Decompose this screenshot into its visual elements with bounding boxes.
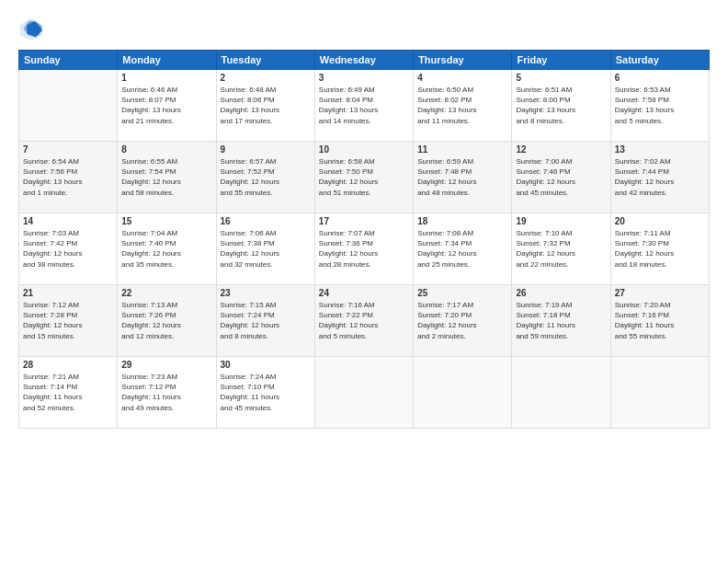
- day-number: 25: [417, 288, 507, 298]
- calendar-cell: 2Sunrise: 6:48 AM Sunset: 8:06 PM Daylig…: [216, 70, 314, 142]
- column-header-saturday: Saturday: [610, 51, 709, 70]
- calendar-cell: 14Sunrise: 7:03 AM Sunset: 7:42 PM Dayli…: [19, 213, 118, 285]
- day-info: Sunrise: 6:58 AM Sunset: 7:50 PM Dayligh…: [319, 156, 409, 198]
- day-number: 8: [121, 144, 211, 155]
- day-info: Sunrise: 7:17 AM Sunset: 7:20 PM Dayligh…: [417, 300, 507, 341]
- column-header-friday: Friday: [512, 51, 610, 70]
- calendar-cell: 30Sunrise: 7:24 AM Sunset: 7:10 PM Dayli…: [216, 357, 314, 429]
- day-info: Sunrise: 6:46 AM Sunset: 8:07 PM Dayligh…: [121, 85, 211, 126]
- day-number: 13: [615, 144, 705, 155]
- calendar-cell: 10Sunrise: 6:58 AM Sunset: 7:50 PM Dayli…: [314, 142, 413, 213]
- day-number: 6: [615, 73, 705, 83]
- calendar-cell: 16Sunrise: 7:06 AM Sunset: 7:38 PM Dayli…: [216, 213, 314, 285]
- calendar-cell: [414, 357, 512, 429]
- day-info: Sunrise: 6:49 AM Sunset: 8:04 PM Dayligh…: [319, 85, 409, 126]
- day-number: 19: [516, 216, 606, 226]
- page: SundayMondayTuesdayWednesdayThursdayFrid…: [0, 0, 728, 563]
- calendar-cell: 15Sunrise: 7:04 AM Sunset: 7:40 PM Dayli…: [118, 213, 216, 285]
- day-number: 20: [615, 216, 705, 226]
- day-number: 23: [221, 288, 311, 298]
- day-info: Sunrise: 7:21 AM Sunset: 7:14 PM Dayligh…: [23, 372, 113, 413]
- calendar-cell: 20Sunrise: 7:11 AM Sunset: 7:30 PM Dayli…: [610, 213, 709, 285]
- day-number: 3: [319, 73, 409, 83]
- calendar-cell: 1Sunrise: 6:46 AM Sunset: 8:07 PM Daylig…: [118, 70, 216, 142]
- day-number: 30: [221, 360, 311, 370]
- day-info: Sunrise: 6:48 AM Sunset: 8:06 PM Dayligh…: [221, 85, 311, 126]
- day-info: Sunrise: 7:23 AM Sunset: 7:12 PM Dayligh…: [121, 372, 211, 413]
- calendar-cell: 8Sunrise: 6:55 AM Sunset: 7:54 PM Daylig…: [118, 142, 216, 213]
- calendar-cell: 25Sunrise: 7:17 AM Sunset: 7:20 PM Dayli…: [414, 285, 512, 357]
- day-info: Sunrise: 7:10 AM Sunset: 7:32 PM Dayligh…: [516, 228, 606, 270]
- day-info: Sunrise: 7:00 AM Sunset: 7:46 PM Dayligh…: [516, 156, 606, 198]
- calendar-cell: 12Sunrise: 7:00 AM Sunset: 7:46 PM Dayli…: [512, 142, 610, 213]
- day-info: Sunrise: 7:07 AM Sunset: 7:36 PM Dayligh…: [319, 228, 409, 270]
- day-number: 26: [516, 288, 606, 298]
- day-info: Sunrise: 7:03 AM Sunset: 7:42 PM Dayligh…: [23, 228, 113, 270]
- calendar-cell: 27Sunrise: 7:20 AM Sunset: 7:16 PM Dayli…: [610, 285, 709, 357]
- calendar-cell: 6Sunrise: 6:53 AM Sunset: 7:58 PM Daylig…: [610, 70, 709, 142]
- column-header-thursday: Thursday: [414, 51, 512, 70]
- day-number: 28: [23, 360, 113, 370]
- calendar-cell: 21Sunrise: 7:12 AM Sunset: 7:28 PM Dayli…: [19, 285, 118, 357]
- day-info: Sunrise: 7:19 AM Sunset: 7:18 PM Dayligh…: [516, 300, 606, 341]
- day-number: 2: [221, 73, 311, 83]
- day-info: Sunrise: 6:51 AM Sunset: 8:00 PM Dayligh…: [516, 85, 606, 126]
- calendar-cell: 3Sunrise: 6:49 AM Sunset: 8:04 PM Daylig…: [314, 70, 413, 142]
- day-number: 1: [121, 73, 211, 83]
- calendar-cell: 11Sunrise: 6:59 AM Sunset: 7:48 PM Dayli…: [414, 142, 512, 213]
- day-number: 12: [516, 144, 606, 155]
- day-info: Sunrise: 6:55 AM Sunset: 7:54 PM Dayligh…: [121, 156, 211, 198]
- day-number: 14: [23, 216, 113, 226]
- day-info: Sunrise: 6:50 AM Sunset: 8:02 PM Dayligh…: [417, 85, 507, 126]
- calendar: SundayMondayTuesdayWednesdayThursdayFrid…: [18, 50, 710, 429]
- week-row-4: 21Sunrise: 7:12 AM Sunset: 7:28 PM Dayli…: [19, 285, 710, 357]
- day-number: 24: [319, 288, 409, 298]
- calendar-cell: 4Sunrise: 6:50 AM Sunset: 8:02 PM Daylig…: [414, 70, 512, 142]
- calendar-cell: 29Sunrise: 7:23 AM Sunset: 7:12 PM Dayli…: [118, 357, 216, 429]
- week-row-5: 28Sunrise: 7:21 AM Sunset: 7:14 PM Dayli…: [19, 357, 710, 429]
- calendar-cell: [610, 357, 709, 429]
- day-info: Sunrise: 7:15 AM Sunset: 7:24 PM Dayligh…: [221, 300, 311, 341]
- day-number: 22: [121, 288, 211, 298]
- column-header-monday: Monday: [118, 51, 216, 70]
- day-info: Sunrise: 7:11 AM Sunset: 7:30 PM Dayligh…: [615, 228, 705, 270]
- calendar-cell: [512, 357, 610, 429]
- week-row-3: 14Sunrise: 7:03 AM Sunset: 7:42 PM Dayli…: [19, 213, 710, 285]
- column-header-tuesday: Tuesday: [216, 51, 314, 70]
- day-info: Sunrise: 7:13 AM Sunset: 7:26 PM Dayligh…: [121, 300, 211, 341]
- header-row: SundayMondayTuesdayWednesdayThursdayFrid…: [19, 51, 710, 70]
- calendar-cell: 7Sunrise: 6:54 AM Sunset: 7:56 PM Daylig…: [19, 142, 118, 213]
- calendar-cell: 22Sunrise: 7:13 AM Sunset: 7:26 PM Dayli…: [118, 285, 216, 357]
- day-info: Sunrise: 7:02 AM Sunset: 7:44 PM Dayligh…: [615, 156, 705, 198]
- header: [18, 17, 710, 42]
- calendar-cell: 18Sunrise: 7:08 AM Sunset: 7:34 PM Dayli…: [414, 213, 512, 285]
- day-info: Sunrise: 7:16 AM Sunset: 7:22 PM Dayligh…: [319, 300, 409, 341]
- calendar-cell: 19Sunrise: 7:10 AM Sunset: 7:32 PM Dayli…: [512, 213, 610, 285]
- day-number: 16: [221, 216, 311, 226]
- day-number: 29: [121, 360, 211, 370]
- calendar-cell: [314, 357, 413, 429]
- week-row-1: 1Sunrise: 6:46 AM Sunset: 8:07 PM Daylig…: [19, 70, 710, 142]
- calendar-cell: 26Sunrise: 7:19 AM Sunset: 7:18 PM Dayli…: [512, 285, 610, 357]
- day-info: Sunrise: 7:06 AM Sunset: 7:38 PM Dayligh…: [221, 228, 311, 270]
- column-header-wednesday: Wednesday: [314, 51, 413, 70]
- calendar-cell: 23Sunrise: 7:15 AM Sunset: 7:24 PM Dayli…: [216, 285, 314, 357]
- day-number: 4: [417, 73, 507, 83]
- day-number: 15: [121, 216, 211, 226]
- day-number: 5: [516, 73, 606, 83]
- calendar-cell: 5Sunrise: 6:51 AM Sunset: 8:00 PM Daylig…: [512, 70, 610, 142]
- calendar-cell: 9Sunrise: 6:57 AM Sunset: 7:52 PM Daylig…: [216, 142, 314, 213]
- day-number: 9: [221, 144, 311, 155]
- day-info: Sunrise: 6:57 AM Sunset: 7:52 PM Dayligh…: [221, 156, 311, 198]
- day-number: 11: [417, 144, 507, 155]
- day-info: Sunrise: 7:24 AM Sunset: 7:10 PM Dayligh…: [221, 372, 311, 413]
- day-number: 18: [417, 216, 507, 226]
- calendar-cell: 28Sunrise: 7:21 AM Sunset: 7:14 PM Dayli…: [19, 357, 118, 429]
- day-info: Sunrise: 6:54 AM Sunset: 7:56 PM Dayligh…: [23, 156, 113, 198]
- calendar-cell: 17Sunrise: 7:07 AM Sunset: 7:36 PM Dayli…: [314, 213, 413, 285]
- logo: [18, 17, 48, 42]
- day-number: 10: [319, 144, 409, 155]
- logo-icon: [18, 17, 44, 42]
- day-info: Sunrise: 6:53 AM Sunset: 7:58 PM Dayligh…: [615, 85, 705, 126]
- day-info: Sunrise: 6:59 AM Sunset: 7:48 PM Dayligh…: [417, 156, 507, 198]
